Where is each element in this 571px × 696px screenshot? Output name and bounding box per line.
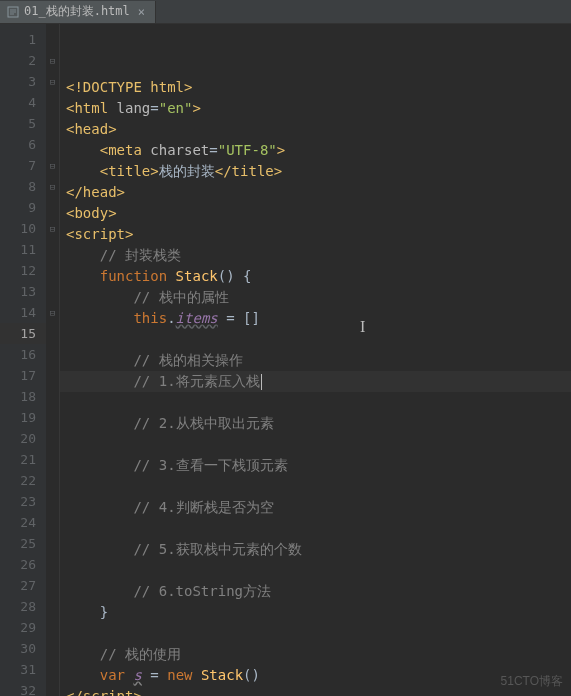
code-line[interactable] bbox=[60, 392, 571, 413]
code-line[interactable]: <script> bbox=[60, 224, 571, 245]
line-number: 12 bbox=[0, 260, 46, 281]
fold-marker[interactable]: ⊟ bbox=[46, 176, 59, 197]
code-line[interactable]: // 4.判断栈是否为空 bbox=[60, 497, 571, 518]
fold-marker bbox=[46, 260, 59, 281]
code-line[interactable] bbox=[60, 329, 571, 350]
file-tab[interactable]: 01_栈的封装.html × bbox=[0, 1, 156, 23]
line-number: 20 bbox=[0, 428, 46, 449]
fold-marker bbox=[46, 386, 59, 407]
fold-marker bbox=[46, 491, 59, 512]
line-number: 16 bbox=[0, 344, 46, 365]
line-number: 15 bbox=[0, 323, 46, 344]
code-line[interactable] bbox=[60, 560, 571, 581]
line-number: 14 bbox=[0, 302, 46, 323]
line-number: 10 bbox=[0, 218, 46, 239]
watermark: 51CTO博客 bbox=[501, 673, 563, 690]
code-line[interactable] bbox=[60, 623, 571, 644]
code-line[interactable]: var s = new Stack() bbox=[60, 665, 571, 686]
code-line[interactable]: <!DOCTYPE html> bbox=[60, 77, 571, 98]
code-line[interactable]: // 封装栈类 bbox=[60, 245, 571, 266]
fold-marker[interactable]: ⊟ bbox=[46, 302, 59, 323]
fold-marker bbox=[46, 197, 59, 218]
code-line[interactable]: <body> bbox=[60, 203, 571, 224]
code-line[interactable]: </head> bbox=[60, 182, 571, 203]
line-number: 23 bbox=[0, 491, 46, 512]
code-line[interactable]: // 6.toString方法 bbox=[60, 581, 571, 602]
line-number: 7 bbox=[0, 155, 46, 176]
line-number: 18 bbox=[0, 386, 46, 407]
line-number: 17 bbox=[0, 365, 46, 386]
line-number: 13 bbox=[0, 281, 46, 302]
fold-marker bbox=[46, 344, 59, 365]
line-number: 30 bbox=[0, 638, 46, 659]
line-number: 27 bbox=[0, 575, 46, 596]
line-number: 26 bbox=[0, 554, 46, 575]
line-number: 24 bbox=[0, 512, 46, 533]
fold-marker bbox=[46, 239, 59, 260]
close-icon[interactable]: × bbox=[138, 5, 145, 19]
fold-marker[interactable]: ⊟ bbox=[46, 218, 59, 239]
line-number: 6 bbox=[0, 134, 46, 155]
fold-marker bbox=[46, 659, 59, 680]
code-line[interactable]: function Stack() { bbox=[60, 266, 571, 287]
fold-marker bbox=[46, 449, 59, 470]
line-number: 11 bbox=[0, 239, 46, 260]
line-number: 29 bbox=[0, 617, 46, 638]
code-line[interactable]: </script> bbox=[60, 686, 571, 696]
fold-marker bbox=[46, 680, 59, 696]
fold-marker[interactable]: ⊟ bbox=[46, 155, 59, 176]
fold-marker bbox=[46, 323, 59, 344]
fold-column: ⊟⊟⊟⊟⊟⊟ bbox=[46, 24, 60, 696]
code-line[interactable]: <meta charset="UTF-8"> bbox=[60, 140, 571, 161]
code-line[interactable]: // 栈的使用 bbox=[60, 644, 571, 665]
fold-marker bbox=[46, 134, 59, 155]
code-editor[interactable]: 1234567891011121314151617181920212223242… bbox=[0, 24, 571, 696]
code-line[interactable]: // 2.从栈中取出元素 bbox=[60, 413, 571, 434]
fold-marker bbox=[46, 428, 59, 449]
code-line[interactable]: // 栈中的属性 bbox=[60, 287, 571, 308]
tab-filename: 01_栈的封装.html bbox=[24, 3, 130, 20]
fold-marker bbox=[46, 575, 59, 596]
code-line[interactable]: <html lang="en"> bbox=[60, 98, 571, 119]
line-number: 19 bbox=[0, 407, 46, 428]
code-line[interactable]: } bbox=[60, 602, 571, 623]
line-number: 28 bbox=[0, 596, 46, 617]
code-line[interactable] bbox=[60, 434, 571, 455]
line-number: 4 bbox=[0, 92, 46, 113]
line-number: 1 bbox=[0, 29, 46, 50]
code-line[interactable] bbox=[60, 476, 571, 497]
fold-marker bbox=[46, 533, 59, 554]
line-number: 25 bbox=[0, 533, 46, 554]
line-number: 9 bbox=[0, 197, 46, 218]
line-number: 22 bbox=[0, 470, 46, 491]
fold-marker bbox=[46, 554, 59, 575]
code-line[interactable]: // 栈的相关操作 bbox=[60, 350, 571, 371]
fold-marker bbox=[46, 596, 59, 617]
tab-bar: 01_栈的封装.html × bbox=[0, 0, 571, 24]
fold-marker[interactable]: ⊟ bbox=[46, 50, 59, 71]
fold-marker bbox=[46, 113, 59, 134]
code-line[interactable]: // 5.获取栈中元素的个数 bbox=[60, 539, 571, 560]
line-number: 21 bbox=[0, 449, 46, 470]
fold-marker bbox=[46, 407, 59, 428]
fold-marker bbox=[46, 281, 59, 302]
code-line[interactable]: this.items = [] bbox=[60, 308, 571, 329]
code-line[interactable]: // 3.查看一下栈顶元素 bbox=[60, 455, 571, 476]
line-number: 32 bbox=[0, 680, 46, 696]
file-icon bbox=[6, 5, 20, 19]
code-line[interactable]: <title>栈的封装</title> bbox=[60, 161, 571, 182]
fold-marker bbox=[46, 512, 59, 533]
fold-marker bbox=[46, 365, 59, 386]
line-number: 3 bbox=[0, 71, 46, 92]
code-line[interactable]: // 1.将元素压入栈 bbox=[60, 371, 571, 392]
code-line[interactable] bbox=[60, 518, 571, 539]
fold-marker bbox=[46, 92, 59, 113]
code-line[interactable]: <head> bbox=[60, 119, 571, 140]
line-number: 8 bbox=[0, 176, 46, 197]
fold-marker bbox=[46, 470, 59, 491]
line-number: 5 bbox=[0, 113, 46, 134]
fold-marker[interactable]: ⊟ bbox=[46, 71, 59, 92]
code-area[interactable]: I <!DOCTYPE html><html lang="en"><head> … bbox=[60, 24, 571, 696]
line-number: 31 bbox=[0, 659, 46, 680]
fold-marker bbox=[46, 638, 59, 659]
